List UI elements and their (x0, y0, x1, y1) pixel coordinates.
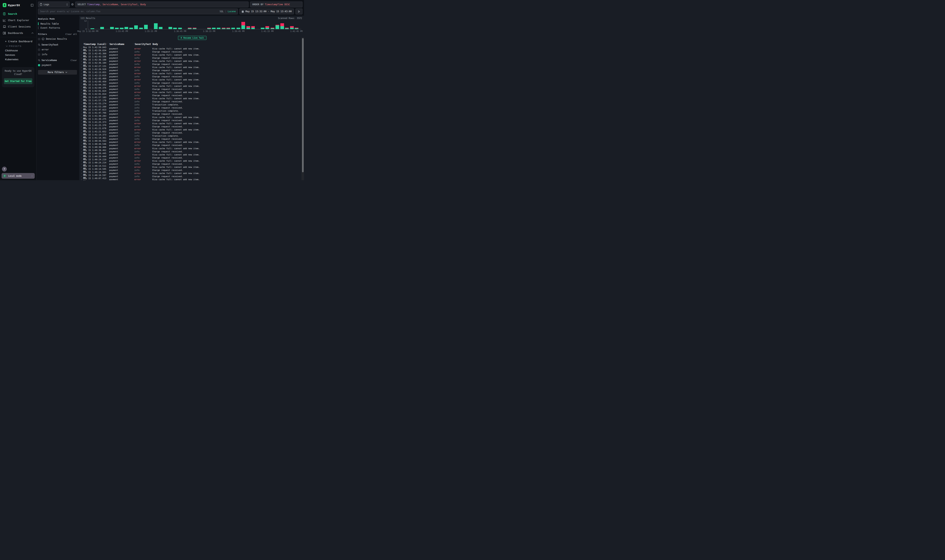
chart-bar[interactable] (281, 20, 284, 29)
select-query-input[interactable]: SELECT Timestamp , ServiceName , Severit… (75, 2, 248, 8)
column-header-body[interactable]: Body (152, 43, 304, 46)
row-expand-chevron[interactable]: › (80, 91, 83, 94)
chart-bar[interactable] (241, 20, 245, 29)
chart-bar[interactable] (285, 20, 289, 29)
service-option-payment[interactable]: payment (38, 64, 77, 66)
row-expand-chevron[interactable]: › (80, 154, 83, 156)
chart-bar[interactable] (100, 20, 104, 29)
scrollbar-thumb[interactable] (302, 38, 304, 172)
orderby-input[interactable]: ORDER BY TimestampTime DESC (250, 2, 302, 8)
row-expand-chevron[interactable]: › (80, 54, 83, 56)
row-expand-chevron[interactable]: › (80, 178, 83, 180)
row-expand-chevron[interactable]: › (80, 148, 83, 149)
row-expand-chevron[interactable]: › (80, 123, 83, 125)
row-expand-chevron[interactable]: › (80, 101, 83, 103)
chart-bar[interactable] (129, 20, 133, 29)
chart-bar[interactable] (120, 20, 123, 29)
get-started-button[interactable]: Get Started for Free (4, 78, 32, 84)
denoise-checkbox[interactable] (38, 38, 40, 40)
row-expand-chevron[interactable]: › (80, 169, 83, 171)
chart-bar[interactable] (134, 20, 138, 29)
chart-bar[interactable] (125, 20, 128, 29)
row-expand-chevron[interactable]: › (80, 126, 83, 128)
row-expand-chevron[interactable]: › (80, 157, 83, 159)
row-expand-chevron[interactable]: › (80, 94, 83, 97)
row-expand-chevron[interactable]: › (80, 107, 83, 109)
search-input[interactable] (40, 10, 218, 13)
table-row[interactable]: › May 15 1:42:50.843 PM payment error Vi… (80, 46, 304, 49)
service-clear-button[interactable]: Clear (71, 59, 77, 62)
chart-bar[interactable] (178, 20, 182, 29)
chart-bar[interactable] (261, 20, 264, 29)
row-expand-chevron[interactable]: › (80, 51, 83, 53)
chart-bar[interactable] (227, 20, 230, 29)
row-expand-chevron[interactable]: › (80, 166, 83, 168)
row-expand-chevron[interactable]: › (80, 97, 83, 100)
row-expand-chevron[interactable]: › (80, 151, 83, 153)
chart-bar[interactable] (271, 20, 274, 29)
help-button[interactable]: ? (2, 167, 7, 171)
brand-logo[interactable]: HyperDX (3, 3, 20, 7)
row-expand-chevron[interactable]: › (80, 75, 83, 78)
row-expand-chevron[interactable]: › (80, 85, 83, 87)
chart-bar[interactable] (217, 20, 220, 29)
sidebar-item-client-sessions[interactable]: Client Sessions (0, 23, 36, 30)
row-expand-chevron[interactable]: › (80, 172, 83, 174)
sidebar-item-search[interactable]: Search (0, 11, 36, 17)
more-filters-button[interactable]: More filters (38, 70, 77, 75)
chart-bar[interactable] (247, 20, 250, 29)
user-menu[interactable]: U Local mode › (2, 173, 35, 178)
chart-bar[interactable] (207, 20, 211, 29)
chart-bar[interactable] (173, 20, 177, 29)
row-expand-chevron[interactable]: › (80, 160, 83, 162)
row-expand-chevron[interactable]: › (80, 78, 83, 81)
sidebar-item-chart-explorer[interactable]: Chart Explorer (0, 17, 36, 23)
row-expand-chevron[interactable]: › (80, 66, 83, 68)
preset-dashboard-item[interactable]: Clickhouse (0, 48, 36, 53)
table-scrollbar[interactable] (302, 37, 304, 180)
row-expand-chevron[interactable]: › (80, 63, 83, 65)
sidebar-item-dashboards[interactable]: Dashboards (0, 30, 36, 36)
denoise-filter[interactable]: Denoise Results (38, 38, 77, 40)
row-expand-chevron[interactable]: › (80, 116, 83, 118)
sidebar-collapse-icon[interactable] (31, 4, 34, 6)
search-icon[interactable] (38, 59, 40, 62)
chart-bar[interactable] (212, 20, 216, 29)
column-header-servicename[interactable]: ServiceName (109, 43, 134, 46)
column-header-timestamp[interactable]: Timestamp (Local) (83, 43, 109, 46)
chart-bar[interactable] (251, 20, 255, 29)
chart-bar[interactable] (91, 20, 94, 29)
chart-bar[interactable] (231, 20, 235, 29)
chart-bar[interactable] (222, 20, 225, 29)
run-query-button[interactable] (296, 9, 302, 14)
column-header-severitytext[interactable]: SeverityText (134, 43, 152, 46)
chart-bar[interactable] (188, 20, 191, 29)
row-expand-chevron[interactable]: › (80, 88, 83, 90)
lucene-mode-button[interactable]: Lucene (228, 10, 236, 13)
info-checkbox[interactable] (38, 54, 40, 55)
chart-bar[interactable] (168, 20, 172, 29)
chart-bar[interactable] (237, 20, 240, 29)
gear-icon[interactable] (71, 3, 74, 6)
row-expand-chevron[interactable]: › (80, 113, 83, 115)
row-expand-chevron[interactable]: › (80, 72, 83, 75)
preset-dashboard-item[interactable]: Kubernetes (0, 57, 36, 62)
preset-dashboard-item[interactable]: Services (0, 53, 36, 57)
row-expand-chevron[interactable]: › (80, 144, 83, 146)
row-expand-chevron[interactable]: › (80, 119, 83, 122)
chart-bar[interactable] (193, 20, 196, 29)
row-expand-chevron[interactable]: › (80, 175, 83, 177)
row-expand-chevron[interactable]: › (80, 132, 83, 134)
source-select[interactable]: Logs (38, 2, 69, 8)
chart-bar[interactable] (265, 20, 269, 29)
row-expand-chevron[interactable]: › (80, 129, 83, 131)
payment-checkbox-checked[interactable] (38, 64, 40, 66)
clear-all-button[interactable]: Clear all (65, 33, 77, 35)
chart-bar[interactable] (295, 20, 298, 29)
sql-mode-button[interactable]: SQL (220, 10, 224, 13)
row-expand-chevron[interactable]: › (80, 60, 83, 62)
row-expand-chevron[interactable]: › (80, 138, 83, 140)
chart-bar[interactable] (159, 20, 162, 29)
row-expand-chevron[interactable]: › (80, 82, 83, 84)
chart-bar[interactable] (144, 20, 148, 29)
